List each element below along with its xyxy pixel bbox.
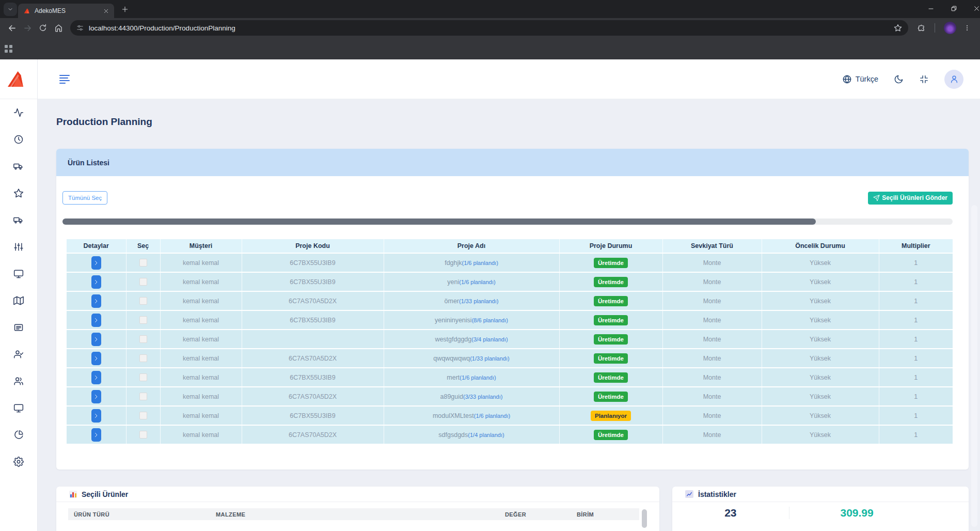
app-logo[interactable] [0,59,37,99]
sidebar-item-map[interactable] [0,287,37,314]
language-selector[interactable]: Türkçe [842,74,878,84]
row-select-checkbox[interactable] [139,412,147,419]
multiplier-cell: 1 [879,291,953,310]
sidebar-item-star[interactable] [0,180,37,207]
row-detail-button[interactable] [91,352,101,365]
sidebar-item-activity[interactable] [0,99,37,126]
back-button[interactable] [4,20,20,36]
vertical-scrollbar-thumb[interactable] [642,509,647,528]
row-select-checkbox[interactable] [139,335,147,343]
customer-cell: kemal kemal [160,368,242,387]
sidebar-item-clock[interactable] [0,126,37,153]
url-text[interactable]: localhost:44300/Production/ProductionPla… [89,24,894,32]
browser-profile-avatar[interactable] [944,22,956,34]
row-detail-button[interactable] [91,428,101,442]
project-planned-link[interactable]: (1/6 planlandı) [459,279,495,285]
row-detail-button[interactable] [91,409,101,423]
row-detail-button[interactable] [91,333,101,346]
sidebar-item-monitor[interactable] [0,395,37,421]
table-row: kemal kemal 6C7AS70A5D2X ömer(1/33 planl… [67,291,953,310]
clock-icon [13,134,24,145]
horizontal-scrollbar[interactable] [62,218,953,225]
apps-grid-icon[interactable] [5,45,12,53]
column-header: Proje Kodu [242,239,384,253]
row-select-checkbox[interactable] [139,297,147,305]
table-row: kemal kemal 6C7AS70A5D2X a89guid(3/33 pl… [67,387,953,406]
url-bar[interactable]: localhost:44300/Production/ProductionPla… [70,20,908,36]
row-detail-button[interactable] [91,371,101,384]
dark-mode-icon[interactable] [894,74,904,84]
tab-search-button[interactable] [4,3,17,16]
extensions-icon[interactable] [918,24,926,32]
browser-menu-icon[interactable] [963,24,971,32]
bookmark-star-icon[interactable] [894,24,902,32]
row-select-checkbox[interactable] [139,259,147,267]
sidebar-item-truck[interactable] [0,207,37,233]
window-close-button[interactable] [965,0,980,17]
project-planned-link[interactable]: (1/4 planlandı) [468,432,504,438]
row-detail-button[interactable] [91,314,101,327]
project-name-cell: westgfdggdg(3/4 planlandı) [384,330,559,349]
row-select-checkbox[interactable] [139,393,147,400]
project-planned-link[interactable]: (1/33 planlandı) [459,298,498,304]
row-select-checkbox[interactable] [139,431,147,439]
status-badge: Üretimde [594,315,628,325]
sidebar-item-sliders[interactable] [0,233,37,260]
row-select-checkbox[interactable] [139,354,147,362]
customer-cell: kemal kemal [160,310,242,330]
horizontal-scrollbar-thumb[interactable] [62,218,816,225]
user-avatar[interactable] [944,70,963,89]
row-detail-button[interactable] [91,390,101,403]
sidebar-item-pie-chart[interactable] [0,421,37,448]
multiplier-cell: 1 [879,253,953,272]
sidebar-item-users[interactable] [0,368,37,395]
user-check-icon [13,349,24,360]
project-planned-link[interactable]: (1/6 planlandı) [460,374,496,381]
status-badge: Üretimde [594,296,628,306]
row-detail-button[interactable] [91,275,101,289]
page-scrollbar[interactable] [971,205,977,527]
browser-tab[interactable]: AdekoMES [18,4,114,18]
project-name-cell: modulXMLtest(1/6 planlandı) [384,406,559,425]
row-detail-button[interactable] [91,256,101,270]
sidebar-item-truck[interactable] [0,153,37,180]
project-planned-link[interactable]: (3/4 planlandı) [471,336,508,342]
select-all-button[interactable]: Tümünü Seç [62,191,107,205]
project-name: fdghjk [445,259,462,267]
project-planned-link[interactable]: (8/6 planlandı) [472,317,508,323]
project-name: modulXMLtest [433,412,474,419]
row-select-checkbox[interactable] [139,373,147,381]
window-restore-button[interactable] [942,0,965,17]
fullscreen-icon[interactable] [919,74,929,84]
row-detail-button[interactable] [91,294,101,308]
project-planned-link[interactable]: (1/6 planlandı) [462,260,498,266]
multiplier-cell: 1 [879,425,953,444]
send-selected-button[interactable]: Seçili Ürünleri Gönder [868,192,953,205]
new-tab-button[interactable] [121,6,129,13]
sidebar-item-monitor[interactable] [0,260,37,287]
project-planned-link[interactable]: (1/6 planlandı) [474,413,510,419]
sidebar-item-message-lines[interactable] [0,314,37,341]
product-list-card: Ürün Listesi Tümünü Seç Seçili Ürünleri … [56,149,969,470]
table-row: kemal kemal 6C7AS70A5D2X qwqwqwqwq(1/33 … [67,349,953,368]
project-planned-link[interactable]: (3/33 planlandı) [463,394,502,400]
sidebar-item-settings[interactable] [0,448,37,475]
menu-toggle-icon[interactable] [59,75,70,84]
site-settings-icon[interactable] [76,24,84,32]
row-select-checkbox[interactable] [139,278,147,286]
column-header: Multiplier [879,239,953,253]
row-select-checkbox[interactable] [139,316,147,324]
sidebar-item-user-check[interactable] [0,341,37,368]
forward-button[interactable] [20,20,35,36]
project-planned-link[interactable]: (1/33 planlandı) [470,355,509,362]
shipment-cell: Monte [662,330,762,349]
bookmarks-bar [0,38,980,59]
home-button[interactable] [51,20,66,36]
truck-icon [13,161,24,171]
window-minimize-button[interactable] [920,0,942,17]
status-badge: Üretimde [594,372,628,383]
reload-button[interactable] [35,20,51,36]
tab-close-icon[interactable] [103,8,109,14]
project-code-cell: 6C7AS70A5D2X [242,425,384,444]
selected-products-column-header: ÜRÜN TÜRÜ [74,511,216,518]
